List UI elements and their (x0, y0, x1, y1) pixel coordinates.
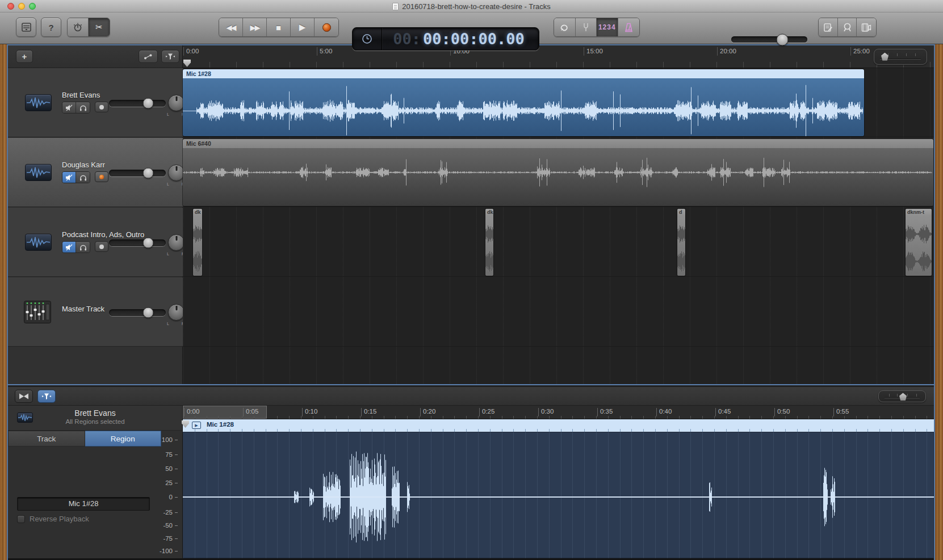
lane-master-track[interactable] (183, 277, 934, 347)
media-browser-button[interactable] (857, 18, 876, 36)
region-mic-1-28[interactable]: Mic 1#28 (183, 69, 864, 136)
track-filter-button[interactable] (161, 50, 179, 63)
master-volume-slider[interactable] (731, 36, 807, 43)
timeline-ruler[interactable]: 0:005:0010:0015:0020:0025:00 (183, 45, 934, 68)
editor-waveform-area[interactable] (183, 432, 934, 558)
solo-button[interactable] (76, 102, 90, 113)
solo-button[interactable] (76, 172, 90, 183)
region-label[interactable]: Mic 1#28 (183, 69, 864, 78)
track-header-master-track[interactable]: Master Track L R (8, 277, 183, 347)
lcd-time: 00:00:00:00.00 (382, 30, 539, 48)
record-button[interactable] (315, 18, 338, 36)
play-button[interactable]: ▶ (291, 18, 315, 36)
lane-podcast-intro-ads-outro[interactable]: dkdkddknm-t (183, 208, 934, 277)
lane-brett-evans[interactable]: Mic 1#28 (183, 68, 934, 137)
cycle-button[interactable] (554, 18, 576, 36)
lcd-mode-selector[interactable] (353, 28, 382, 50)
smart-controls-button[interactable] (68, 18, 89, 36)
mute-icon (65, 104, 73, 111)
ruler-label: 0:45 (715, 408, 731, 416)
track-volume-knob[interactable] (143, 308, 154, 318)
audio-clip[interactable]: d (677, 209, 685, 276)
editor-filter-button[interactable] (37, 390, 56, 403)
editor-playhead-marker[interactable] (182, 420, 189, 428)
zoom-slider-handle[interactable] (899, 393, 907, 401)
ruler-label: 0:05 (243, 408, 258, 416)
stop-button[interactable]: ■ (267, 18, 291, 36)
ruler-tick (915, 416, 916, 419)
pan-knob[interactable] (168, 165, 185, 181)
record-enable-button[interactable] (95, 102, 108, 112)
editor-ruler[interactable]: 0:000:050:100:150:200:250:300:350:400:45… (183, 406, 934, 419)
track-volume-slider[interactable] (109, 100, 166, 107)
track-name[interactable]: Douglas Karr (62, 161, 105, 169)
master-volume-knob[interactable] (777, 33, 789, 45)
rewind-button[interactable]: ◀◀ (219, 18, 243, 36)
tracks-zoom-slider[interactable] (874, 49, 927, 65)
track-volume-knob[interactable] (143, 98, 154, 109)
forward-button[interactable]: ▶▶ (243, 18, 267, 36)
audio-clip[interactable]: dk (193, 209, 202, 276)
mute-button[interactable] (62, 242, 76, 252)
track-volume-slider[interactable] (109, 170, 166, 176)
track-header-brett-evans[interactable]: Brett Evans (8, 68, 183, 137)
audio-clip[interactable]: dknm-t (906, 209, 932, 276)
track-volume-slider[interactable] (109, 239, 166, 246)
track-name[interactable]: Podcast Intro, Ads, Outro (62, 230, 144, 239)
lane-douglas-karr[interactable]: Mic 6#40 (183, 138, 934, 207)
track-name[interactable]: Master Track (62, 305, 104, 313)
window-title: 20160718-brett-how-to-create-desire - Tr… (402, 2, 551, 11)
ruler-tick (761, 416, 762, 419)
scale-label: 0 (169, 494, 178, 500)
minimize-button[interactable] (18, 3, 25, 10)
automation-button[interactable] (139, 50, 158, 63)
mute-button[interactable] (62, 172, 76, 183)
region-play-button[interactable]: ▶ (192, 422, 201, 429)
editor-crossfade-button[interactable] (15, 390, 33, 403)
track-header-douglas-karr[interactable]: Douglas Karr (8, 138, 183, 207)
tab-region[interactable]: Region (85, 431, 162, 447)
quick-help-button[interactable]: ? (41, 18, 61, 37)
count-in-button[interactable]: 1234 (597, 18, 618, 36)
note-pad-button[interactable] (819, 18, 838, 36)
pan-knob[interactable] (168, 304, 185, 321)
library-button[interactable] (16, 18, 36, 37)
solo-button[interactable] (76, 242, 90, 252)
editor-region-strip[interactable]: ▶ Mic 1#28 (183, 419, 934, 432)
track-header-podcast-intro-ads-outro[interactable]: Podcast Intro, Ads, Outro (8, 208, 183, 277)
close-button[interactable] (7, 3, 14, 10)
knob-icon (73, 22, 83, 32)
record-enable-button[interactable] (95, 241, 108, 252)
editor-zoom-slider[interactable] (878, 390, 926, 402)
region-waveform-body[interactable] (183, 148, 933, 206)
metronome-button[interactable] (618, 18, 639, 36)
track-volume-knob[interactable] (143, 168, 154, 179)
ruler-tick (290, 62, 290, 68)
ruler-tick (820, 416, 821, 419)
add-track-button[interactable]: + (16, 50, 33, 63)
pan-knob[interactable] (168, 95, 185, 111)
track-volume-knob[interactable] (143, 238, 154, 249)
zoom-button[interactable] (29, 3, 36, 10)
region-mic-6-40[interactable]: Mic 6#40 (183, 139, 933, 206)
tuner-button[interactable] (576, 18, 597, 36)
ruler-tick (530, 62, 530, 68)
editors-button[interactable]: ✂ (89, 18, 110, 36)
tab-track[interactable]: Track (8, 431, 85, 447)
region-waveform-body[interactable] (183, 78, 864, 136)
audio-clip[interactable]: dk (485, 209, 493, 276)
reverse-playback-checkbox[interactable] (17, 515, 25, 523)
playhead-marker[interactable] (183, 60, 191, 67)
pan-knob[interactable] (168, 234, 185, 251)
region-name-field[interactable]: Mic 1#28 (17, 497, 150, 511)
record-enable-icon (99, 245, 104, 249)
mute-button[interactable] (62, 102, 76, 113)
region-label[interactable]: Mic 6#40 (183, 139, 933, 148)
lcd-display[interactable]: 00:00:00:00.00 (352, 27, 539, 50)
zoom-tick (907, 394, 908, 397)
track-name[interactable]: Brett Evans (62, 91, 100, 99)
track-volume-slider[interactable] (109, 309, 166, 316)
record-enable-button[interactable] (95, 171, 108, 182)
ruler-tick (360, 416, 361, 419)
loop-browser-button[interactable] (838, 18, 857, 36)
